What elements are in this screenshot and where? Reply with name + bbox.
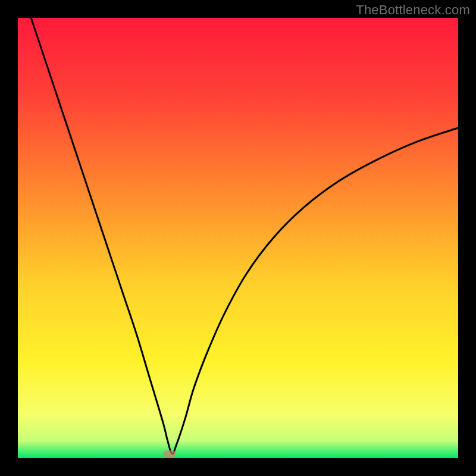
- bottleneck-curve: [18, 18, 458, 458]
- chart-frame: TheBottleneck.com: [0, 0, 476, 476]
- plot-area: [18, 18, 458, 458]
- watermark-text: TheBottleneck.com: [356, 2, 470, 18]
- minimum-marker: [163, 450, 176, 458]
